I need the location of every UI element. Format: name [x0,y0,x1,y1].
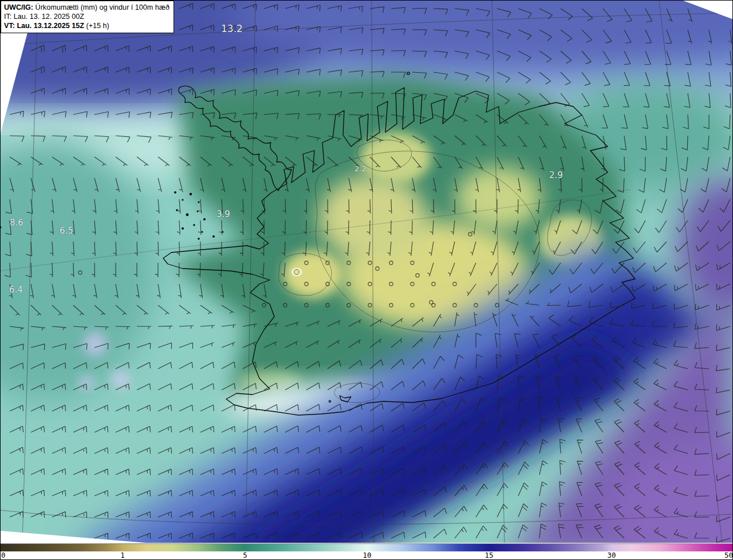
title-line-init: IT: Lau. 13. 12. 2025 00Z [4,12,170,21]
colorbar-tick-10: 10 [362,551,371,559]
colorbar-tick-30: 30 [607,551,616,559]
colorbar-gradient [1,543,733,551]
weather-map-figure: 13.28.66.56.43.92.22.9 UWC/IG: Úrkomumæt… [0,0,733,560]
map-area: 13.28.66.56.43.92.22.9 [1,1,733,543]
title-box: UWC/IG: Úrkomumætti (mm) og vindur í 100… [1,1,174,33]
colorbar-tick-1: 1 [120,551,125,559]
title-line-product: UWC/IG: Úrkomumætti (mm) og vindur í 100… [4,3,170,12]
colorbar: 01510153050 [1,543,733,560]
colorbar-tick-5: 5 [243,551,247,559]
local-max-marker [290,267,303,277]
precipitation-wind-map [1,1,733,543]
title-line-valid: VT: Lau. 13.12.2025 15Z (+15 h) [4,21,170,30]
colorbar-tick-labels: 01510153050 [1,551,733,560]
colorbar-tick-15: 15 [484,551,493,559]
colorbar-tick-50: 50 [724,551,733,559]
colorbar-tick-0: 0 [1,551,6,559]
